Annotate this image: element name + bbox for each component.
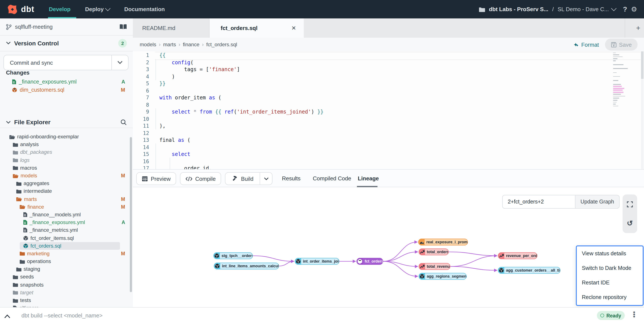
tree-item-marts[interactable]: martsM	[0, 195, 133, 203]
breadcrumb-item[interactable]: models	[140, 42, 156, 48]
lineage-canvas[interactable]: stg_tpch__ordersint_line_items_amounts_c…	[133, 187, 644, 307]
commit-and-sync-button[interactable]: Commit and sync	[4, 55, 128, 70]
code-line[interactable]: 14	[133, 144, 644, 151]
tab-compiled-code[interactable]: Compiled Code	[313, 170, 351, 187]
lineage-node-total_orders[interactable]: total_orders	[418, 248, 448, 255]
code-line[interactable]: 8	[133, 101, 644, 108]
lineage-node-fct_orders[interactable]: fct_orders	[356, 258, 383, 265]
preview-button[interactable]: Preview	[136, 172, 176, 185]
nav-develop[interactable]: Develop	[49, 6, 70, 12]
tree-item-dbt-packages[interactable]: dbt_packages	[0, 148, 133, 156]
tree-item-staging[interactable]: staging	[0, 265, 133, 273]
lineage-node-stg_tpch__orders[interactable]: stg_tpch__orders	[214, 252, 253, 259]
tree-item-analysis[interactable]: analysis	[0, 140, 133, 148]
new-tab-button[interactable]: +	[632, 18, 644, 38]
nav-documentation[interactable]: Documentation	[124, 6, 165, 12]
commit-options-dropdown[interactable]	[112, 55, 128, 70]
tree-item-gitignore[interactable]: gitignore	[0, 304, 133, 307]
code-line[interactable]: 13final as (	[133, 137, 644, 144]
lineage-node-int_line_items_amounts_calculated[interactable]: int_line_items_amounts_calculated	[214, 262, 279, 270]
code-line[interactable]: 4 )	[133, 73, 644, 80]
code-line[interactable]: 6	[133, 87, 644, 94]
context-menu-item-switch-to-dark-mode[interactable]: Switch to Dark Mode	[577, 261, 643, 276]
compile-button[interactable]: Compile	[180, 172, 221, 185]
tree-item-finance[interactable]: financeM	[0, 203, 133, 210]
change-item[interactable]: _finance_exposures.yml A	[0, 78, 133, 86]
lineage-node-real_exposure_i_promise[interactable]: real_exposure_i_promise	[418, 238, 468, 246]
tab-lineage[interactable]: Lineage	[358, 170, 379, 187]
tree-item-logs[interactable]: logs	[0, 156, 133, 164]
project-selector[interactable]: SL Demo - Dave C...	[558, 6, 616, 12]
lineage-node-total_revenue[interactable]: total_revenue	[418, 263, 450, 270]
fullscreen-icon[interactable]	[627, 194, 633, 214]
close-tab-icon[interactable]: ✕	[291, 25, 296, 31]
gear-icon[interactable]: ⚙	[631, 5, 637, 13]
status-badge[interactable]: Ready	[597, 311, 625, 320]
update-graph-button[interactable]: Update Graph	[575, 195, 620, 208]
minimap[interactable]	[613, 52, 630, 107]
code-line[interactable]: 9 select * from {{ ref('int_order_items_…	[133, 108, 644, 116]
code-line[interactable]: 11),	[133, 122, 644, 130]
tree-item-rapid-onboarding-exemplar[interactable]: rapid-onboarding-exemplar	[0, 133, 133, 140]
tab-readme[interactable]: README.md	[133, 18, 210, 38]
dbt-logo[interactable]: dbt	[7, 4, 34, 15]
save-button[interactable]: Save	[605, 38, 638, 50]
code-editor[interactable]: 1{{2 config(3 tags = ['finance']4 )5}}67…	[133, 52, 644, 169]
tree-item-intermediate[interactable]: intermediate	[0, 188, 133, 195]
editor-scrollbar-thumb[interactable]	[641, 52, 644, 79]
build-button[interactable]: Build	[225, 172, 272, 185]
reset-view-icon[interactable]: ↺	[627, 214, 633, 233]
breadcrumb-item[interactable]: finance	[183, 42, 199, 48]
help-icon[interactable]: ?	[623, 5, 627, 13]
code-line[interactable]: 10	[133, 116, 644, 122]
tree-item--finance-exposures-yml[interactable]: _finance_exposures.ymlA	[0, 218, 133, 226]
code-line[interactable]: 16	[133, 158, 644, 165]
format-button[interactable]: ✦✦ Format	[573, 38, 599, 52]
tree-item--finance-metrics-yml[interactable]: _finance_metrics.yml	[0, 226, 133, 234]
code-line[interactable]: 2 config(	[133, 59, 644, 66]
tree-item-snapshots[interactable]: snapshots	[0, 281, 133, 288]
file-explorer-header[interactable]: File Explorer	[0, 116, 133, 128]
docs-book-icon[interactable]	[120, 24, 127, 30]
tree-item-operations[interactable]: operations	[0, 258, 133, 265]
command-input[interactable]: dbt build --select <model_name>	[16, 309, 590, 322]
breadcrumb-item[interactable]: marts	[163, 42, 176, 48]
tree-item-seeds[interactable]: seeds	[0, 273, 133, 281]
tab-fct-orders[interactable]: fct_orders.sql ✕	[210, 18, 304, 38]
tree-item-aggregates[interactable]: aggregates	[0, 180, 133, 187]
account-name[interactable]: dbt Labs - ProServ S...	[489, 6, 548, 12]
code-line[interactable]: 12	[133, 130, 644, 137]
lineage-node-agg_regions_segments[interactable]: agg_regions_segments	[418, 273, 466, 280]
code-line[interactable]: 15 select	[133, 151, 644, 158]
context-menu-item-restart-ide[interactable]: Restart IDE	[577, 276, 643, 290]
tree-item-fct-orders-sql[interactable]: fct_orders.sql	[0, 242, 133, 250]
lineage-node-int_order_items_joined[interactable]: int_order_items_joined	[295, 258, 339, 265]
tree-item-fct-order-items-sql[interactable]: fct_order_items.sql	[0, 234, 133, 242]
code-line[interactable]: 17 order_id,	[133, 165, 644, 169]
nav-deploy[interactable]: Deploy	[85, 6, 110, 12]
context-menu-item-view-status-details[interactable]: View status details	[577, 246, 643, 261]
expand-panel-chevron-icon[interactable]	[4, 312, 10, 320]
version-control-header[interactable]: Version Control 2	[0, 35, 133, 51]
code-line[interactable]: 3 tags = ['finance']	[133, 66, 644, 73]
lineage-node-revenue_per_order[interactable]: revenue_per_order	[498, 252, 537, 259]
build-options-dropdown[interactable]	[260, 173, 272, 185]
lineage-node-agg_customer_orders__all_time[interactable]: agg_customer_orders__all_time	[498, 267, 560, 274]
tree-item-target[interactable]: target	[0, 289, 133, 296]
tree-item--finance-models-yml[interactable]: _finance__models.yml	[0, 211, 133, 218]
lineage-selector-input[interactable]: 2+fct_orders+2	[502, 195, 576, 208]
tree-item-models[interactable]: modelsM	[0, 172, 133, 180]
tree-item-macros[interactable]: macros	[0, 164, 133, 172]
search-icon[interactable]	[120, 119, 127, 125]
code-line[interactable]: 5}}	[133, 80, 644, 87]
change-item[interactable]: dim_customers.sql M	[0, 86, 133, 94]
code-line[interactable]: 7with order_item as (	[133, 94, 644, 101]
kebab-menu-icon[interactable]: •••	[632, 310, 637, 317]
tab-results[interactable]: Results	[282, 170, 300, 187]
tree-item-marketing[interactable]: marketingM	[0, 250, 133, 258]
breadcrumb-item[interactable]: fct_orders.sql	[206, 42, 237, 48]
branch-name[interactable]: sqlfluff-meeting	[15, 24, 53, 30]
context-menu-item-reclone-repository[interactable]: Reclone repository	[577, 290, 643, 304]
sidebar-scrollbar[interactable]	[130, 137, 132, 292]
code-line[interactable]: 1{{	[133, 52, 644, 59]
